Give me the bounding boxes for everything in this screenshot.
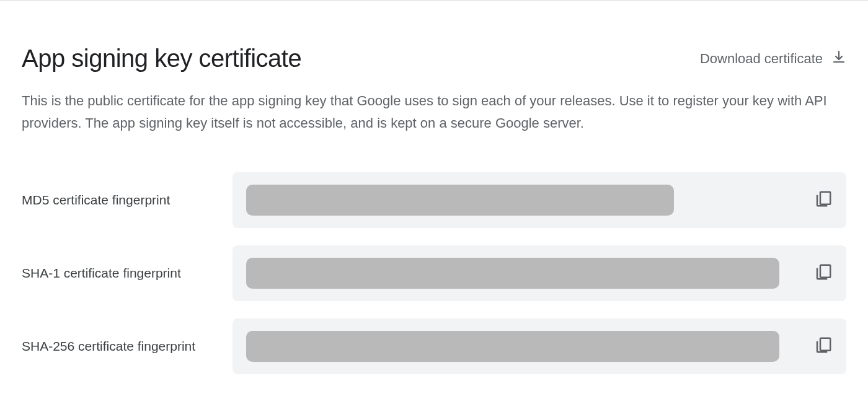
page-title: App signing key certificate [22, 45, 301, 72]
sha1-fingerprint-value [246, 258, 779, 289]
copy-sha1-button[interactable] [814, 263, 833, 283]
download-certificate-button[interactable]: Download certificate [700, 50, 846, 68]
md5-fingerprint-value [246, 185, 674, 216]
sha256-fingerprint-row: SHA-256 certificate fingerprint [22, 318, 846, 374]
copy-icon [814, 336, 833, 356]
download-icon [831, 50, 846, 68]
copy-sha256-button[interactable] [814, 336, 833, 356]
sha256-fingerprint-value [246, 331, 779, 362]
sha1-fingerprint-row: SHA-1 certificate fingerprint [22, 245, 846, 301]
sha1-fingerprint-value-box [232, 245, 846, 301]
md5-fingerprint-value-box [232, 172, 846, 228]
md5-fingerprint-row: MD5 certificate fingerprint [22, 172, 846, 228]
copy-md5-button[interactable] [814, 190, 833, 210]
svg-rect-2 [820, 338, 830, 351]
certificate-description: This is the public certificate for the a… [22, 90, 834, 135]
md5-fingerprint-label: MD5 certificate fingerprint [22, 193, 232, 208]
copy-icon [814, 190, 833, 210]
copy-icon [814, 263, 833, 283]
sha256-fingerprint-value-box [232, 318, 846, 374]
svg-rect-1 [820, 265, 830, 278]
sha1-fingerprint-label: SHA-1 certificate fingerprint [22, 266, 232, 281]
sha256-fingerprint-label: SHA-256 certificate fingerprint [22, 339, 232, 354]
svg-rect-0 [820, 192, 830, 204]
download-certificate-label: Download certificate [700, 51, 823, 67]
header-row: App signing key certificate Download cer… [22, 45, 846, 72]
certificate-section: App signing key certificate Download cer… [0, 1, 868, 374]
